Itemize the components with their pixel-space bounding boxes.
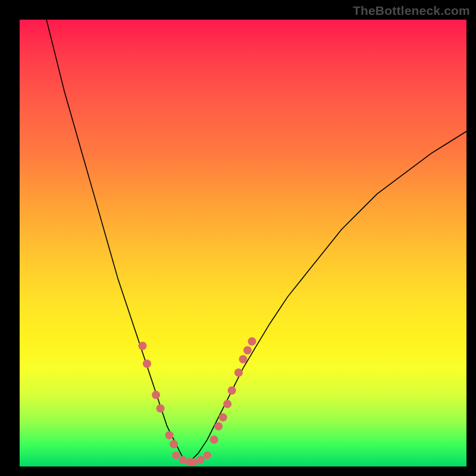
marker-right-7: [243, 346, 252, 355]
marker-left-0: [139, 342, 147, 350]
chart-frame: TheBottleneck.com: [0, 0, 476, 476]
marker-right-5: [234, 368, 243, 377]
marker-left-1: [143, 359, 151, 368]
curve-left_branch: [46, 20, 185, 462]
marker-right-6: [239, 355, 248, 364]
marker-right-8: [248, 337, 256, 346]
plot-area: [20, 20, 466, 466]
marker-bottom-1: [179, 456, 187, 464]
marker-left-5: [170, 440, 178, 449]
marker-left-4: [165, 431, 174, 439]
marker-left-2: [152, 391, 160, 399]
marker-bottom-4: [197, 456, 205, 464]
marker-right-0: [210, 436, 218, 444]
marker-left-3: [156, 404, 165, 412]
marker-right-4: [228, 386, 236, 394]
dots-group: [139, 337, 256, 466]
marker-bottom-0: [172, 452, 180, 459]
curve-right_branch: [185, 131, 466, 462]
curve-group: [46, 20, 466, 462]
marker-right-2: [219, 413, 227, 421]
marker-right-3: [223, 400, 231, 408]
marker-right-1: [214, 422, 223, 430]
curves-svg: [20, 20, 466, 466]
watermark-text: TheBottleneck.com: [353, 4, 470, 18]
marker-bottom-5: [203, 452, 211, 459]
marker-bottom-3: [190, 458, 198, 466]
